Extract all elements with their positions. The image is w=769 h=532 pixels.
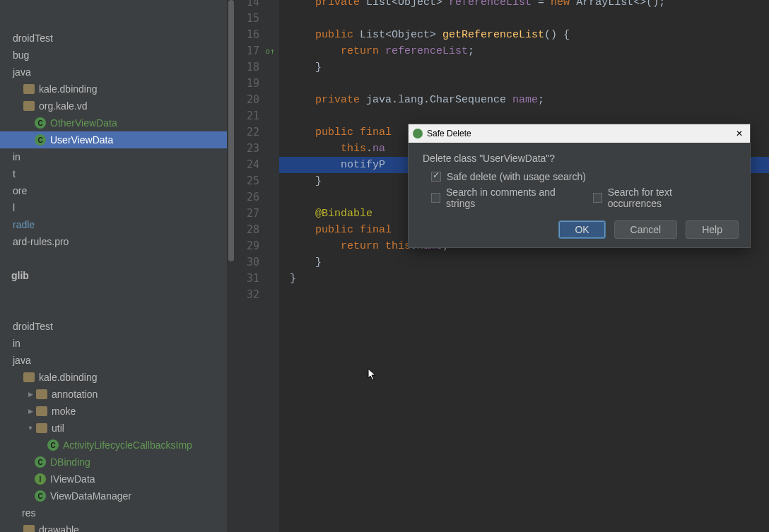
- package-icon: [23, 101, 35, 111]
- sidebar-item-t[interactable]: t: [0, 165, 235, 182]
- interface-icon: I: [35, 473, 46, 485]
- sidebar-item-DBinding[interactable]: CDBinding: [0, 454, 235, 471]
- ok-button[interactable]: OK: [558, 220, 605, 239]
- expand-icon[interactable]: ▶: [25, 391, 36, 398]
- sidebar-item-ViewDataManager[interactable]: CViewDataManager: [0, 487, 235, 504]
- close-icon[interactable]: ✕: [733, 127, 746, 140]
- sidebar-item-label: UserViewData: [50, 134, 113, 146]
- sidebar-item-org.kale.vd[interactable]: org.kale.vd: [0, 97, 235, 114]
- code-line[interactable]: private java.lang.CharSequence name;: [279, 92, 769, 108]
- class-icon: C: [35, 134, 46, 146]
- sidebar-item-label: drawable: [39, 524, 79, 532]
- search-text-checkbox[interactable]: [593, 193, 602, 203]
- sidebar-item-ActivityLifecycleCallbacksImp[interactable]: CActivityLifecycleCallbacksImp: [0, 437, 235, 454]
- gutter-line-25[interactable]: 25: [235, 173, 279, 189]
- gutter-line-21[interactable]: 21: [235, 108, 279, 124]
- gutter-line-16[interactable]: 16: [235, 27, 279, 43]
- sidebar-item-util[interactable]: ▼util: [0, 420, 235, 437]
- gutter-line-20[interactable]: 20: [235, 92, 279, 108]
- gutter-line-14[interactable]: 14: [235, 0, 279, 11]
- sidebar-item-java[interactable]: java: [0, 64, 235, 81]
- sidebar-item-radle[interactable]: radle: [0, 216, 235, 233]
- dialog-title: Safe Delete: [427, 129, 471, 138]
- sidebar-item-in[interactable]: in: [0, 148, 235, 165]
- sidebar-item-label: OtherViewData: [50, 117, 117, 129]
- gutter-line-31[interactable]: 31: [235, 271, 279, 287]
- package-icon: [23, 372, 35, 382]
- override-marker-icon[interactable]: o↑: [265, 46, 275, 56]
- cancel-button[interactable]: Cancel: [614, 220, 678, 239]
- code-line[interactable]: [279, 11, 769, 27]
- code-line[interactable]: public List<Object> getReferenceList() {: [279, 27, 769, 43]
- gutter-line-22[interactable]: 22: [235, 124, 279, 141]
- help-button[interactable]: Help: [686, 220, 739, 239]
- editor-gutter: 14151617o↑181920212223242526272829303132: [235, 0, 279, 532]
- gutter-line-24[interactable]: 24: [235, 157, 279, 173]
- code-line[interactable]: }: [279, 271, 769, 287]
- search-text-label: Search for text occurrences: [608, 187, 719, 209]
- gutter-line-26[interactable]: 26: [235, 189, 279, 206]
- sidebar-item-label: res: [22, 507, 35, 519]
- gutter-line-15[interactable]: 15: [235, 11, 279, 27]
- sidebar-item-label: radle: [13, 219, 35, 230]
- sidebar-item-label: DBinding: [50, 456, 90, 468]
- gutter-line-17[interactable]: 17o↑: [235, 43, 279, 59]
- gutter-line-32[interactable]: 32: [235, 287, 279, 303]
- code-line[interactable]: private List<Object> referenceList = new…: [279, 0, 769, 11]
- sidebar-item-drawable[interactable]: drawable: [0, 521, 235, 532]
- sidebar-scrollbar[interactable]: [227, 0, 235, 532]
- sidebar-item-in[interactable]: in: [0, 335, 235, 352]
- sidebar-item-glib[interactable]: glib: [0, 267, 235, 284]
- package-icon: [23, 84, 35, 94]
- sidebar-item-label: kale.dbinding: [39, 372, 98, 383]
- gutter-line-19[interactable]: 19: [235, 76, 279, 92]
- sidebar-item-OtherViewData[interactable]: COtherViewData: [0, 114, 235, 131]
- sidebar-item-kale.dbinding[interactable]: kale.dbinding: [0, 81, 235, 97]
- sidebar-item-kale.dbinding[interactable]: kale.dbinding: [0, 369, 235, 386]
- app-icon: [413, 129, 423, 138]
- dialog-message: Delete class "UserViewData"?: [423, 153, 736, 164]
- sidebar-item-droidTest[interactable]: droidTest: [0, 318, 235, 335]
- safe-delete-checkbox[interactable]: [431, 172, 441, 182]
- sidebar-item-ore[interactable]: ore: [0, 182, 235, 199]
- gutter-line-28[interactable]: 28: [235, 222, 279, 238]
- sidebar-item-label: org.kale.vd: [39, 100, 87, 112]
- code-line[interactable]: [279, 76, 769, 92]
- sidebar-item-l[interactable]: l: [0, 199, 235, 216]
- dialog-title-bar[interactable]: Safe Delete ✕: [409, 124, 750, 143]
- sidebar-item-droidTest[interactable]: droidTest: [0, 30, 235, 47]
- sidebar-item-annotation[interactable]: ▶annotation: [0, 386, 235, 403]
- expand-icon[interactable]: ▶: [25, 408, 36, 415]
- sidebar-item-label: ViewDataManager: [50, 490, 131, 502]
- search-comments-checkbox[interactable]: [431, 193, 440, 203]
- sidebar-scroll-thumb[interactable]: [228, 0, 234, 261]
- sidebar-item-label: glib: [11, 270, 29, 281]
- sidebar-item-UserViewData[interactable]: CUserViewData: [0, 131, 235, 148]
- sidebar-item-bug[interactable]: bug: [0, 47, 235, 64]
- sidebar-item-label: util: [52, 422, 64, 434]
- sidebar-item-gap: [0, 301, 235, 318]
- code-line[interactable]: }: [279, 254, 769, 271]
- gutter-line-30[interactable]: 30: [235, 254, 279, 271]
- class-icon: C: [35, 490, 46, 502]
- gutter-line-23[interactable]: 23: [235, 141, 279, 157]
- gutter-line-29[interactable]: 29: [235, 238, 279, 254]
- sidebar-item-label: java: [13, 66, 31, 78]
- sidebar-item-ard-rules.pro[interactable]: ard-rules.pro: [0, 233, 235, 250]
- sidebar-item-label: ard-rules.pro: [13, 236, 69, 247]
- sidebar-item-IViewData[interactable]: IIViewData: [0, 471, 235, 487]
- gutter-line-27[interactable]: 27: [235, 206, 279, 222]
- gutter-line-18[interactable]: 18: [235, 59, 279, 76]
- sidebar-item-java[interactable]: java: [0, 352, 235, 369]
- code-line[interactable]: }: [279, 59, 769, 76]
- code-line[interactable]: [279, 108, 769, 124]
- sidebar-item-label: droidTest: [13, 321, 53, 332]
- code-editor[interactable]: private List<Object> referenceList = new…: [279, 0, 769, 532]
- sidebar-item-label: kale.dbinding: [39, 83, 98, 95]
- sidebar-item-label: java: [13, 355, 31, 366]
- sidebar-item-label: t: [13, 168, 16, 179]
- expand-icon[interactable]: ▼: [25, 425, 36, 432]
- sidebar-item-moke[interactable]: ▶moke: [0, 403, 235, 420]
- code-line[interactable]: return referenceList;: [279, 43, 769, 59]
- sidebar-item-res[interactable]: res: [0, 504, 235, 521]
